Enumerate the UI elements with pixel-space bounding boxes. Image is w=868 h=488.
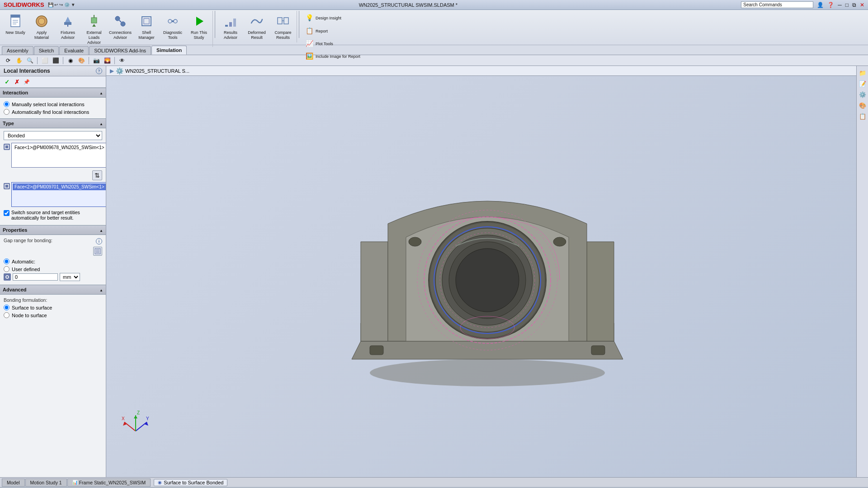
section-view-icon[interactable]: ⬜ xyxy=(40,56,49,65)
rotate-view-icon[interactable]: ⟳ xyxy=(4,56,13,65)
report-button[interactable]: 📋 Report xyxy=(302,25,330,37)
design-insight-button[interactable]: 💡 Design Insight xyxy=(302,12,344,24)
display-mode-icon[interactable]: ◉ xyxy=(66,56,75,65)
rt-icon-5[interactable]: 📋 xyxy=(858,111,868,121)
cube-view-icon[interactable]: ⬛ xyxy=(51,56,60,65)
status-indicator: ◉ Surface to Surface Bonded xyxy=(154,479,227,486)
gap-input-icon xyxy=(4,273,11,281)
connections-button[interactable]: ConnectionsAdvisor xyxy=(108,12,133,42)
include-image-button[interactable]: 🖼️ Include Image for Report xyxy=(302,51,363,62)
interaction-auto-option[interactable]: Automatically find local interactions xyxy=(4,109,102,115)
diagnostic-label: DiagnosticTools xyxy=(163,30,182,40)
user-icon[interactable]: 👤 xyxy=(817,2,824,8)
status-indicator-icon: ◉ xyxy=(158,480,162,485)
frame-tab-icon: 📊 xyxy=(72,480,78,485)
interaction-section-header[interactable]: Interaction xyxy=(0,88,106,98)
svg-rect-29 xyxy=(5,184,9,188)
deformed-label: DeformedResult xyxy=(248,30,266,40)
svg-rect-10 xyxy=(91,18,97,23)
gap-user-label: User defined xyxy=(12,267,40,272)
close-btn[interactable]: ✕ xyxy=(860,2,864,8)
bottom-tab-motion-study[interactable]: Motion Study 1 xyxy=(25,479,67,487)
tab-addins[interactable]: SOLIDWORKS Add-Ins xyxy=(89,46,151,55)
svg-rect-1 xyxy=(11,15,20,18)
plot-tools-button[interactable]: 📈 Plot Tools xyxy=(302,38,336,50)
maximize-btn[interactable]: □ xyxy=(845,2,849,8)
fixtures-advisor-button[interactable]: FixturesAdvisor xyxy=(55,12,80,42)
new-study-button[interactable]: New Study xyxy=(3,12,28,41)
restore-btn[interactable]: ⧉ xyxy=(852,2,856,8)
switch-auto-checkbox[interactable]: Switch source and target entities automa… xyxy=(4,210,102,221)
compare-results-button[interactable]: CompareResults xyxy=(270,12,296,42)
deformed-result-button[interactable]: DeformedResult xyxy=(244,12,269,42)
pin-button[interactable]: 📌 xyxy=(23,78,31,86)
plot-tools-icon: 📈 xyxy=(305,39,314,48)
pan-view-icon[interactable]: ✋ xyxy=(14,56,24,65)
target-face-list[interactable]: Face<2>@PM009701_WN2025_SWSim<1> xyxy=(11,182,106,207)
interaction-manual-option[interactable]: Manually select local interactions xyxy=(4,101,102,107)
source-face-list[interactable]: Face<1>@PM009678_WN2025_SWSim<1> xyxy=(11,143,106,168)
reject-button[interactable]: ✗ xyxy=(13,78,21,86)
rt-icon-3[interactable]: ⚙️ xyxy=(858,89,868,99)
source-face-icon xyxy=(4,144,10,150)
panel-help-icon[interactable]: ? xyxy=(96,68,102,74)
gap-unit-select[interactable]: mm in m xyxy=(60,273,80,281)
gap-auto-label: Automatic: xyxy=(12,259,35,264)
canvas-area[interactable]: ▶ ⚙️ WN2025_STRUCTURAL S... xyxy=(106,66,868,477)
solidworks-logo: SOLIDWORKS xyxy=(4,1,44,8)
advanced-section-header[interactable]: Advanced xyxy=(0,285,106,295)
svg-rect-24 xyxy=(233,19,236,27)
scene-icon[interactable]: 🌄 xyxy=(103,56,112,65)
new-study-icon xyxy=(7,13,24,29)
results-advisor-button[interactable]: ResultsAdvisor xyxy=(218,12,243,42)
title-bar: SOLIDWORKS 💾 ↩ ↪ ⚙️ ▼ WN2025_STRUCTURAL … xyxy=(0,0,868,10)
main-layout: Local Interactions ? ✓ ✗ 📌 Interaction M… xyxy=(0,66,868,477)
gap-value-row: 0 mm in m xyxy=(4,273,102,281)
run-study-button[interactable]: Run ThisStudy xyxy=(186,12,212,42)
tab-evaluate[interactable]: Evaluate xyxy=(59,46,89,55)
type-section-header[interactable]: Type xyxy=(0,118,106,128)
gap-user-option[interactable]: User defined xyxy=(4,266,102,272)
results-label: ResultsAdvisor xyxy=(224,30,237,40)
help-icon[interactable]: ❓ xyxy=(827,2,834,8)
view-orient-icon[interactable]: 👁 xyxy=(118,56,127,65)
zoom-view-icon[interactable]: 🔍 xyxy=(25,56,34,65)
shell-manager-button[interactable]: ShellManager xyxy=(134,12,159,42)
svg-rect-28 xyxy=(5,145,9,149)
rt-icon-2[interactable]: 📝 xyxy=(858,79,868,89)
calculate-icon[interactable] xyxy=(93,247,102,256)
new-study-label: New Study xyxy=(5,30,25,35)
tab-assembly[interactable]: Assembly xyxy=(2,46,33,55)
type-dropdown[interactable]: Bonded No Penetration Allow Penetration … xyxy=(4,131,102,140)
report-label: Report xyxy=(316,29,328,34)
properties-section-header[interactable]: Properties xyxy=(0,225,106,235)
title-bar-left: SOLIDWORKS 💾 ↩ ↪ ⚙️ ▼ xyxy=(4,1,75,8)
gap-value-input[interactable]: 0 xyxy=(13,273,58,281)
external-loads-button[interactable]: External LoadsAdvisor xyxy=(81,12,107,46)
frame-tab-label: Frame Static_WN2025_SWSIM xyxy=(79,480,146,485)
accept-button[interactable]: ✓ xyxy=(3,78,11,86)
bonding-radio-group: Surface to surface Node to surface xyxy=(4,305,102,318)
apply-material-button[interactable]: ApplyMaterial xyxy=(29,12,54,42)
node-to-surface-option[interactable]: Node to surface xyxy=(4,312,102,318)
camera-icon[interactable]: 📷 xyxy=(92,56,101,65)
search-box[interactable]: Search Commands xyxy=(741,1,813,8)
external-loads-label: External LoadsAdvisor xyxy=(82,30,106,45)
appearance-icon[interactable]: 🎨 xyxy=(77,56,86,65)
gap-auto-option[interactable]: Automatic: xyxy=(4,258,102,264)
svg-marker-58 xyxy=(134,415,137,418)
gap-info-icon[interactable]: i xyxy=(96,238,102,244)
type-chevron xyxy=(99,121,103,126)
bottom-tab-frame[interactable]: 📊 Frame Static_WN2025_SWSIM xyxy=(67,479,151,487)
tab-sketch[interactable]: Sketch xyxy=(34,46,59,55)
rt-icon-1[interactable]: 📁 xyxy=(858,68,868,78)
tree-expand-icon[interactable]: ▶ xyxy=(110,68,114,74)
switch-faces-button[interactable]: ⇅ xyxy=(92,170,102,180)
quick-access-toolbar: 💾 ↩ ↪ ⚙️ ▼ xyxy=(48,2,75,7)
run-study-label: Run ThisStudy xyxy=(191,30,207,40)
minimize-btn[interactable]: ─ xyxy=(838,2,842,8)
rt-icon-4[interactable]: 🎨 xyxy=(858,100,868,110)
diagnostic-tools-button[interactable]: DiagnosticTools xyxy=(160,12,185,42)
bottom-tab-model[interactable]: Model xyxy=(2,479,25,487)
surface-to-surface-option[interactable]: Surface to surface xyxy=(4,305,102,310)
